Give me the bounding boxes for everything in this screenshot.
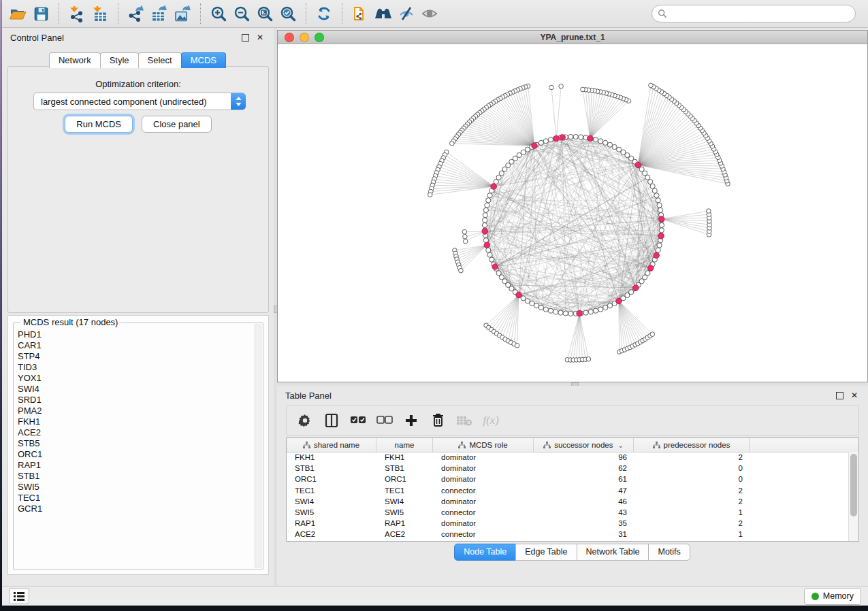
mcds-node[interactable] <box>588 135 593 141</box>
network-node[interactable] <box>482 222 487 227</box>
close-panel-button-inner[interactable]: Close panel <box>142 116 212 133</box>
mcds-node-item[interactable]: STB1 <box>18 471 255 482</box>
table-row[interactable]: ACE2ACE2connector311 <box>287 529 849 540</box>
zoom-fit-button[interactable] <box>253 3 276 24</box>
network-node[interactable] <box>539 306 543 310</box>
network-node[interactable] <box>650 184 655 188</box>
import-network-button[interactable] <box>65 3 89 24</box>
close-table-panel-button[interactable]: ✕ <box>849 390 860 401</box>
run-mcds-button[interactable]: Run MCDS <box>65 116 133 133</box>
mcds-node-item[interactable]: TEC1 <box>18 493 255 503</box>
network-node[interactable] <box>428 193 432 197</box>
network-node[interactable] <box>617 147 622 152</box>
show-columns-button[interactable] <box>320 409 343 432</box>
network-node[interactable] <box>462 229 467 234</box>
zoom-in-button[interactable] <box>207 3 230 24</box>
network-node[interactable] <box>487 193 492 198</box>
table-row[interactable]: FKH1FKH1dominator962 <box>287 452 849 463</box>
network-node[interactable] <box>598 139 603 144</box>
network-node[interactable] <box>515 343 519 348</box>
tab-node-table[interactable]: Node Table <box>454 544 516 561</box>
network-node[interactable] <box>558 310 563 315</box>
import-table-button[interactable] <box>89 3 112 24</box>
network-node[interactable] <box>657 203 662 208</box>
network-node[interactable] <box>649 83 654 88</box>
refresh-view-button[interactable] <box>312 3 336 24</box>
network-node[interactable] <box>525 299 530 303</box>
mcds-result-list[interactable]: PHD1CAR1STP4TID3YOX1SWI4SRD1PMA2FKH1ACE2… <box>18 325 255 567</box>
table-row[interactable]: RAP1RAP1dominator352 <box>287 518 849 529</box>
mcds-node-item[interactable]: GCR1 <box>18 503 255 514</box>
mcds-node-item[interactable]: SRD1 <box>18 395 255 406</box>
function-builder-button[interactable]: f(x) <box>479 409 502 432</box>
search-network-button[interactable] <box>372 3 395 24</box>
mcds-node[interactable] <box>516 292 521 297</box>
network-node[interactable] <box>549 85 554 90</box>
mcds-node-item[interactable]: YOX1 <box>18 373 255 384</box>
network-node[interactable] <box>579 135 583 139</box>
mcds-node[interactable] <box>654 252 659 258</box>
network-node[interactable] <box>707 209 711 214</box>
network-node[interactable] <box>559 84 564 88</box>
tab-motifs[interactable]: Motifs <box>648 544 690 561</box>
mcds-node[interactable] <box>491 184 496 189</box>
task-history-button[interactable] <box>9 588 29 604</box>
network-node[interactable] <box>603 140 608 145</box>
network-node[interactable] <box>654 193 659 198</box>
network-node[interactable] <box>548 308 553 313</box>
network-node[interactable] <box>656 198 660 203</box>
network-node[interactable] <box>659 228 664 233</box>
mcds-node-item[interactable]: ACE2 <box>18 427 255 438</box>
network-node[interactable] <box>539 140 543 145</box>
mcds-node[interactable] <box>633 285 639 291</box>
mcds-node-item[interactable]: STP4 <box>18 351 255 362</box>
table-row[interactable]: SWI5SWI5connector431 <box>287 507 849 518</box>
network-node[interactable] <box>534 303 539 308</box>
float-table-panel-button[interactable] <box>834 390 845 401</box>
mcds-node-item[interactable]: PMA2 <box>18 406 255 416</box>
select-all-rows-button[interactable] <box>347 409 370 432</box>
mcds-node[interactable] <box>658 216 664 222</box>
mcds-node-item[interactable]: RAP1 <box>18 460 255 471</box>
delete-column-button[interactable] <box>426 409 449 432</box>
network-canvas[interactable] <box>278 44 867 382</box>
add-column-button[interactable] <box>400 409 423 432</box>
network-node[interactable] <box>483 208 488 212</box>
zoom-selected-button[interactable] <box>276 3 300 24</box>
network-node[interactable] <box>483 213 487 218</box>
mcds-node[interactable] <box>658 233 664 239</box>
network-node[interactable] <box>586 357 591 361</box>
delete-table-button[interactable] <box>453 409 476 432</box>
table-row[interactable]: YOX1YOX1connector291 <box>287 540 849 542</box>
column-header-predecessor-nodes[interactable]: predecessor nodes <box>634 438 750 452</box>
table-row[interactable]: TEC1TEC1connector472 <box>287 485 849 496</box>
deselect-all-rows-button[interactable] <box>373 409 396 432</box>
network-node[interactable] <box>603 306 608 310</box>
network-node[interactable] <box>485 203 489 208</box>
mcds-node-item[interactable]: STB5 <box>18 438 255 449</box>
network-node[interactable] <box>496 175 501 180</box>
table-row[interactable]: STB1STB1dominator620 <box>287 463 849 474</box>
column-header-shared-name[interactable]: shared name <box>287 438 376 452</box>
network-node[interactable] <box>650 332 655 337</box>
network-node[interactable] <box>607 142 612 147</box>
network-node[interactable] <box>588 310 593 314</box>
tab-network-table[interactable]: Network Table <box>577 544 649 561</box>
mcds-node[interactable] <box>577 310 582 316</box>
mcds-node[interactable] <box>648 265 654 271</box>
clone-network-button[interactable] <box>349 3 372 24</box>
network-node[interactable] <box>658 208 662 212</box>
table-scrollbar[interactable] <box>848 452 858 541</box>
network-node[interactable] <box>612 144 617 149</box>
mcds-node[interactable] <box>553 135 559 141</box>
network-node[interactable] <box>607 303 612 308</box>
export-network-button[interactable] <box>125 3 148 24</box>
tab-style[interactable]: Style <box>100 52 139 68</box>
float-panel-button[interactable] <box>240 32 251 43</box>
zoom-out-button[interactable] <box>230 3 253 24</box>
network-node[interactable] <box>598 307 603 312</box>
network-node[interactable] <box>543 139 548 144</box>
network-node[interactable] <box>548 137 553 142</box>
mcds-node[interactable] <box>492 264 498 269</box>
network-node[interactable] <box>530 301 534 306</box>
